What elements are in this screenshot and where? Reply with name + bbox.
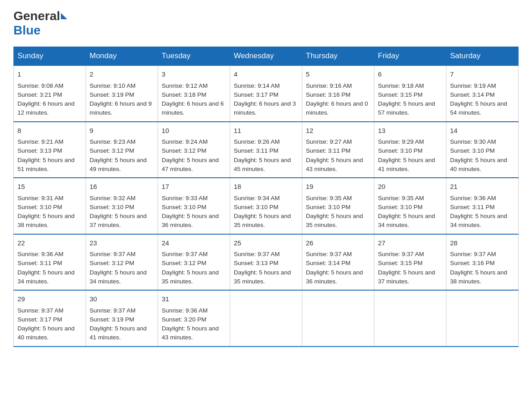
weekday-header-row: Sunday Monday Tuesday Wednesday Thursday…	[14, 47, 519, 66]
calendar-cell	[302, 290, 374, 347]
day-number: 13	[378, 126, 442, 136]
calendar-cell: 26Sunrise: 9:37 AMSunset: 3:14 PMDayligh…	[302, 234, 374, 291]
daylight-text: Daylight: 5 hours and 38 minutes.	[450, 268, 515, 287]
calendar-week-row: 8Sunrise: 9:21 AMSunset: 3:13 PMDaylight…	[14, 122, 519, 178]
daylight-text: Daylight: 6 hours and 3 minutes.	[234, 99, 298, 118]
sunrise-text: Sunrise: 9:37 AM	[450, 250, 515, 259]
day-number: 14	[450, 126, 515, 136]
sunrise-text: Sunrise: 9:12 AM	[162, 81, 226, 90]
calendar-cell: 22Sunrise: 9:36 AMSunset: 3:11 PMDayligh…	[14, 234, 86, 291]
calendar-cell: 3Sunrise: 9:12 AMSunset: 3:18 PMDaylight…	[158, 65, 230, 122]
day-number: 31	[162, 294, 226, 304]
sunrise-text: Sunrise: 9:37 AM	[17, 306, 82, 315]
calendar-cell: 30Sunrise: 9:37 AMSunset: 3:19 PMDayligh…	[86, 290, 158, 347]
daylight-text: Daylight: 5 hours and 54 minutes.	[450, 99, 515, 118]
sunset-text: Sunset: 3:17 PM	[234, 90, 298, 99]
daylight-text: Daylight: 6 hours and 12 minutes.	[17, 99, 82, 118]
day-number: 23	[90, 238, 154, 248]
sunset-text: Sunset: 3:13 PM	[234, 259, 298, 268]
calendar-cell: 13Sunrise: 9:29 AMSunset: 3:10 PMDayligh…	[374, 122, 446, 178]
daylight-text: Daylight: 5 hours and 57 minutes.	[378, 99, 442, 118]
day-number: 22	[17, 238, 82, 248]
day-number: 1	[17, 69, 82, 80]
sunrise-text: Sunrise: 9:08 AM	[17, 81, 82, 90]
daylight-text: Daylight: 5 hours and 35 minutes.	[306, 212, 370, 230]
calendar-cell: 17Sunrise: 9:33 AMSunset: 3:10 PMDayligh…	[158, 178, 230, 234]
header-monday: Monday	[86, 47, 158, 66]
sunset-text: Sunset: 3:12 PM	[162, 146, 226, 155]
calendar-cell: 24Sunrise: 9:37 AMSunset: 3:12 PMDayligh…	[158, 234, 230, 291]
sunset-text: Sunset: 3:11 PM	[306, 146, 370, 155]
calendar-cell	[230, 290, 302, 347]
daylight-text: Daylight: 5 hours and 45 minutes.	[234, 156, 298, 174]
calendar-cell: 4Sunrise: 9:14 AMSunset: 3:17 PMDaylight…	[230, 65, 302, 122]
sunrise-text: Sunrise: 9:19 AM	[450, 81, 515, 90]
sunrise-text: Sunrise: 9:35 AM	[378, 194, 442, 203]
calendar-cell: 20Sunrise: 9:35 AMSunset: 3:10 PMDayligh…	[374, 178, 446, 234]
calendar-cell: 2Sunrise: 9:10 AMSunset: 3:19 PMDaylight…	[86, 65, 158, 122]
daylight-text: Daylight: 5 hours and 49 minutes.	[90, 156, 154, 174]
calendar-cell: 10Sunrise: 9:24 AMSunset: 3:12 PMDayligh…	[158, 122, 230, 178]
day-number: 9	[90, 126, 154, 136]
day-number: 30	[90, 294, 154, 304]
sunrise-text: Sunrise: 9:24 AM	[162, 137, 226, 146]
calendar-week-row: 29Sunrise: 9:37 AMSunset: 3:17 PMDayligh…	[14, 290, 519, 347]
daylight-text: Daylight: 5 hours and 35 minutes.	[162, 268, 226, 287]
calendar-cell: 29Sunrise: 9:37 AMSunset: 3:17 PMDayligh…	[14, 290, 86, 347]
day-number: 18	[234, 182, 298, 192]
calendar-cell: 28Sunrise: 9:37 AMSunset: 3:16 PMDayligh…	[446, 234, 519, 291]
logo-arrow-icon	[61, 13, 67, 19]
sunrise-text: Sunrise: 9:30 AM	[450, 137, 515, 146]
calendar-week-row: 22Sunrise: 9:36 AMSunset: 3:11 PMDayligh…	[14, 234, 519, 291]
day-number: 28	[450, 238, 515, 248]
sunrise-text: Sunrise: 9:37 AM	[378, 250, 442, 259]
calendar-cell: 5Sunrise: 9:16 AMSunset: 3:16 PMDaylight…	[302, 65, 374, 122]
sunrise-text: Sunrise: 9:32 AM	[90, 194, 154, 203]
sunset-text: Sunset: 3:12 PM	[90, 259, 154, 268]
calendar-cell: 19Sunrise: 9:35 AMSunset: 3:10 PMDayligh…	[302, 178, 374, 234]
sunset-text: Sunset: 3:19 PM	[90, 90, 154, 99]
calendar-cell: 6Sunrise: 9:18 AMSunset: 3:15 PMDaylight…	[374, 65, 446, 122]
sunset-text: Sunset: 3:15 PM	[378, 259, 442, 268]
sunrise-text: Sunrise: 9:37 AM	[234, 250, 298, 259]
header-saturday: Saturday	[446, 47, 519, 66]
sunrise-text: Sunrise: 9:27 AM	[306, 137, 370, 146]
sunset-text: Sunset: 3:10 PM	[234, 203, 298, 212]
day-number: 26	[306, 238, 370, 248]
sunrise-text: Sunrise: 9:33 AM	[162, 194, 226, 203]
daylight-text: Daylight: 5 hours and 35 minutes.	[234, 268, 298, 287]
sunrise-text: Sunrise: 9:34 AM	[234, 194, 298, 203]
daylight-text: Daylight: 5 hours and 41 minutes.	[378, 156, 442, 174]
sunset-text: Sunset: 3:19 PM	[90, 315, 154, 324]
logo-blue-text: Blue	[13, 23, 41, 38]
day-number: 2	[90, 69, 154, 80]
daylight-text: Daylight: 5 hours and 43 minutes.	[306, 156, 370, 174]
day-number: 21	[450, 182, 515, 192]
daylight-text: Daylight: 5 hours and 47 minutes.	[162, 156, 226, 174]
day-number: 15	[17, 182, 82, 192]
daylight-text: Daylight: 6 hours and 6 minutes.	[162, 99, 226, 118]
day-number: 7	[450, 69, 515, 80]
sunset-text: Sunset: 3:17 PM	[17, 315, 82, 324]
daylight-text: Daylight: 5 hours and 51 minutes.	[17, 156, 82, 174]
header-sunday: Sunday	[14, 47, 86, 66]
daylight-text: Daylight: 5 hours and 40 minutes.	[17, 324, 82, 342]
calendar-week-row: 15Sunrise: 9:31 AMSunset: 3:10 PMDayligh…	[14, 178, 519, 234]
daylight-text: Daylight: 6 hours and 9 minutes.	[90, 99, 154, 118]
calendar-cell: 7Sunrise: 9:19 AMSunset: 3:14 PMDaylight…	[446, 65, 519, 122]
sunrise-text: Sunrise: 9:26 AM	[234, 137, 298, 146]
sunrise-text: Sunrise: 9:16 AM	[306, 81, 370, 90]
sunrise-text: Sunrise: 9:37 AM	[306, 250, 370, 259]
sunset-text: Sunset: 3:18 PM	[162, 90, 226, 99]
calendar-cell: 9Sunrise: 9:23 AMSunset: 3:12 PMDaylight…	[86, 122, 158, 178]
daylight-text: Daylight: 5 hours and 34 minutes.	[450, 212, 515, 230]
calendar-cell	[374, 290, 446, 347]
sunset-text: Sunset: 3:14 PM	[306, 259, 370, 268]
sunrise-text: Sunrise: 9:29 AM	[378, 137, 442, 146]
day-number: 10	[162, 126, 226, 136]
daylight-text: Daylight: 5 hours and 34 minutes.	[17, 268, 82, 287]
day-number: 19	[306, 182, 370, 192]
sunrise-text: Sunrise: 9:14 AM	[234, 81, 298, 90]
calendar-cell	[446, 290, 519, 347]
sunrise-text: Sunrise: 9:36 AM	[450, 194, 515, 203]
